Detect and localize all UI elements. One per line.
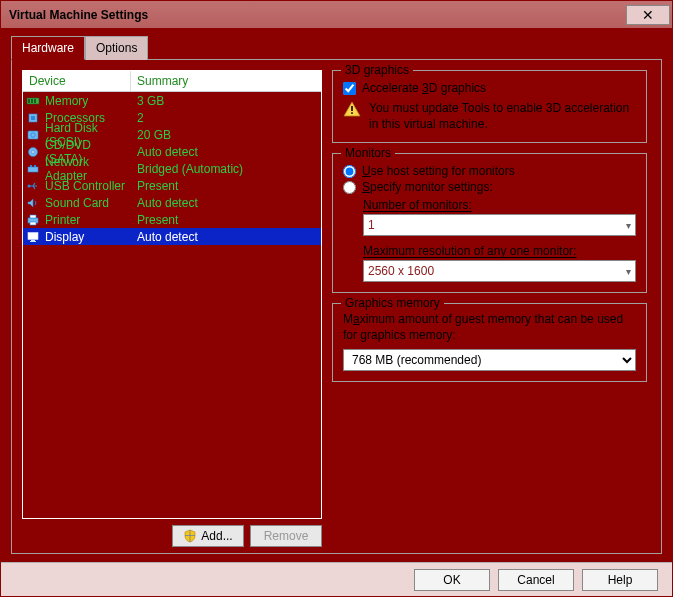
accelerate-3d-input[interactable] <box>343 82 356 95</box>
device-buttons: Add... Remove <box>22 525 322 547</box>
num-monitors-label: Number of monitors: <box>363 198 636 212</box>
svg-rect-2 <box>31 99 33 103</box>
col-device: Device <box>23 71 131 91</box>
svg-rect-15 <box>30 215 36 218</box>
display-icon <box>23 231 43 243</box>
svg-rect-16 <box>30 222 36 225</box>
titlebar: Virtual Machine Settings ✕ <box>1 1 672 29</box>
shield-icon <box>183 529 197 543</box>
radio-use-host-input[interactable] <box>343 165 356 178</box>
accelerate-3d-checkbox[interactable]: Accelerate 3D graphics <box>343 81 636 95</box>
device-row-display[interactable]: DisplayAuto detect <box>23 228 321 245</box>
left-pane: Device Summary Memory3 GBProcessors2Hard… <box>22 70 322 547</box>
warning-row: You must update Tools to enable 3D accel… <box>343 101 636 132</box>
close-button[interactable]: ✕ <box>626 5 670 25</box>
device-summary: Bridged (Automatic) <box>131 162 321 176</box>
max-res-select[interactable]: 2560 x 1600 ▾ <box>363 260 636 282</box>
net-icon <box>23 163 43 175</box>
device-rows: Memory3 GBProcessors2Hard Disk (SCSI)20 … <box>23 92 321 245</box>
gmem-label: Maximum amount of guest memory that can … <box>343 312 636 343</box>
legend-monitors: Monitors <box>341 146 395 160</box>
device-summary: Auto detect <box>131 230 321 244</box>
device-name: Printer <box>43 213 131 227</box>
warning-text: You must update Tools to enable 3D accel… <box>369 101 636 132</box>
svg-rect-17 <box>28 232 38 239</box>
add-button[interactable]: Add... <box>172 525 244 547</box>
device-table: Device Summary Memory3 GBProcessors2Hard… <box>22 70 322 519</box>
cancel-button[interactable]: Cancel <box>498 569 574 591</box>
chevron-down-icon: ▾ <box>626 266 631 277</box>
device-summary: Auto detect <box>131 196 321 210</box>
accelerate-3d-label: Accelerate 3D graphics <box>362 81 486 95</box>
device-name: Display <box>43 230 131 244</box>
radio-use-host-label: Use host setting for monitors <box>362 164 515 178</box>
tab-options[interactable]: Options <box>85 36 148 60</box>
cd-icon <box>23 146 43 158</box>
device-row-sound[interactable]: Sound CardAuto detect <box>23 194 321 211</box>
svg-rect-6 <box>28 131 38 139</box>
svg-rect-20 <box>351 106 353 111</box>
bottom-bar: OK Cancel Help <box>1 562 672 596</box>
svg-rect-1 <box>28 99 30 103</box>
device-name: Sound Card <box>43 196 131 210</box>
svg-rect-18 <box>31 240 35 241</box>
usb-icon <box>23 180 43 192</box>
tab-body: Device Summary Memory3 GBProcessors2Hard… <box>11 59 662 554</box>
tab-hardware[interactable]: Hardware <box>11 36 85 60</box>
svg-rect-11 <box>30 165 32 167</box>
device-summary: 20 GB <box>131 128 321 142</box>
num-monitors-value: 1 <box>368 218 375 232</box>
group-3d-graphics: 3D graphics Accelerate 3D graphics You m… <box>332 70 647 143</box>
memory-icon <box>23 95 43 107</box>
device-name: USB Controller <box>43 179 131 193</box>
window-title: Virtual Machine Settings <box>9 8 148 22</box>
device-row-net[interactable]: Network AdapterBridged (Automatic) <box>23 160 321 177</box>
monitor-settings-sub: Number of monitors: 1 ▾ Maximum resoluti… <box>363 198 636 282</box>
cpu-icon <box>23 112 43 124</box>
device-summary: 2 <box>131 111 321 125</box>
radio-specify[interactable]: Specify monitor settings: <box>343 180 636 194</box>
device-row-memory[interactable]: Memory3 GB <box>23 92 321 109</box>
device-row-printer[interactable]: PrinterPresent <box>23 211 321 228</box>
svg-rect-5 <box>31 116 35 120</box>
device-row-usb[interactable]: USB ControllerPresent <box>23 177 321 194</box>
device-summary: Present <box>131 179 321 193</box>
num-monitors-select[interactable]: 1 ▾ <box>363 214 636 236</box>
device-summary: Present <box>131 213 321 227</box>
warning-icon <box>343 101 361 117</box>
radio-specify-label: Specify monitor settings: <box>362 180 493 194</box>
tabs: Hardware Options <box>11 36 662 60</box>
svg-rect-12 <box>34 165 36 167</box>
content: Hardware Options Device Summary Memory3 … <box>1 29 672 562</box>
settings-window: Virtual Machine Settings ✕ Hardware Opti… <box>0 0 673 597</box>
svg-rect-10 <box>28 167 38 172</box>
radio-specify-input[interactable] <box>343 181 356 194</box>
printer-icon <box>23 214 43 226</box>
group-monitors: Monitors Use host setting for monitors S… <box>332 153 647 293</box>
group-graphics-memory: Graphics memory Maximum amount of guest … <box>332 303 647 382</box>
svg-rect-19 <box>30 241 36 242</box>
chevron-down-icon: ▾ <box>626 220 631 231</box>
legend-3d: 3D graphics <box>341 63 413 77</box>
max-res-label: Maximum resolution of any one monitor: <box>363 244 636 258</box>
remove-button: Remove <box>250 525 322 547</box>
right-pane: 3D graphics Accelerate 3D graphics You m… <box>332 70 651 547</box>
ok-button[interactable]: OK <box>414 569 490 591</box>
add-label: Add... <box>201 529 232 543</box>
legend-gmem: Graphics memory <box>341 296 444 310</box>
device-summary: Auto detect <box>131 145 321 159</box>
sound-icon <box>23 197 43 209</box>
max-res-value: 2560 x 1600 <box>368 264 434 278</box>
svg-rect-3 <box>34 99 36 103</box>
table-header: Device Summary <box>23 71 321 92</box>
device-name: Memory <box>43 94 131 108</box>
svg-point-9 <box>32 150 35 153</box>
device-summary: 3 GB <box>131 94 321 108</box>
radio-use-host[interactable]: Use host setting for monitors <box>343 164 636 178</box>
gmem-select[interactable]: 768 MB (recommended) <box>343 349 636 371</box>
help-button[interactable]: Help <box>582 569 658 591</box>
hdd-icon <box>23 129 43 141</box>
col-summary: Summary <box>131 71 321 91</box>
svg-rect-21 <box>351 112 353 114</box>
